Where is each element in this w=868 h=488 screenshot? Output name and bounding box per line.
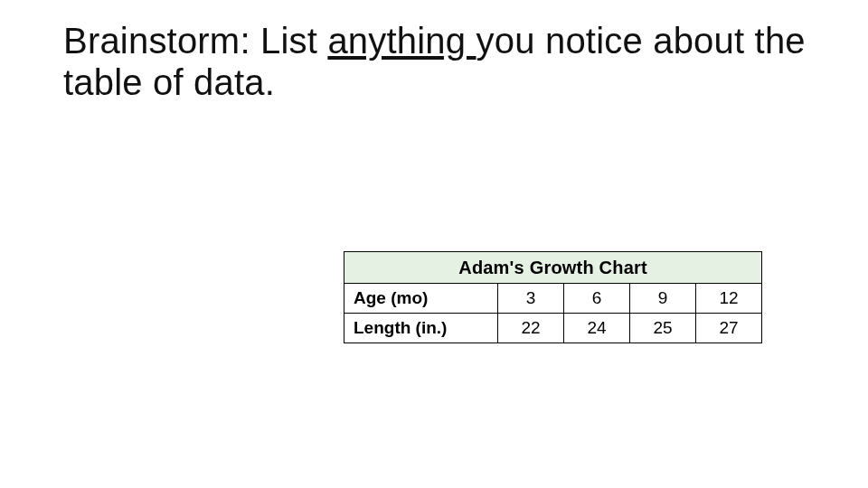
heading-underlined-word: anything [327,21,476,61]
table-title: Adam's Growth Chart [344,252,762,284]
cell-length-2: 25 [630,314,696,343]
cell-length-1: 24 [564,314,630,343]
row-label-length: Length (in.) [344,314,498,343]
growth-chart-table: Adam's Growth Chart Age (mo) 3 6 9 12 Le… [344,251,762,343]
cell-age-1: 6 [564,284,630,314]
cell-length-0: 22 [498,314,564,343]
cell-age-3: 12 [696,284,762,314]
row-label-age: Age (mo) [344,284,498,314]
heading-prefix: Brainstorm: List [63,21,327,61]
growth-chart-table-container: Adam's Growth Chart Age (mo) 3 6 9 12 Le… [344,251,761,343]
cell-length-3: 27 [696,314,762,343]
table-row: Age (mo) 3 6 9 12 [344,284,762,314]
cell-age-0: 3 [498,284,564,314]
table-row: Length (in.) 22 24 25 27 [344,314,762,343]
slide-heading: Brainstorm: List anything you notice abo… [63,20,814,103]
cell-age-2: 9 [630,284,696,314]
table-title-row: Adam's Growth Chart [344,252,762,284]
